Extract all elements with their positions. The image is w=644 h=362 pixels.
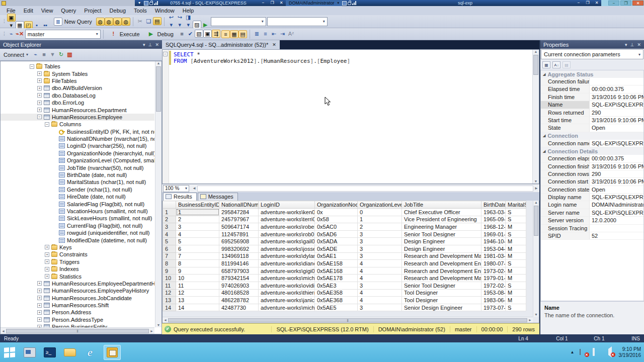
property-value[interactable]: 290: [590, 170, 643, 177]
close-icon[interactable]: ✕: [637, 42, 641, 47]
property-row[interactable]: Server version12.0.2000: [541, 217, 643, 224]
taskbar-ssms-active[interactable]: [104, 345, 121, 360]
pin-icon[interactable]: ⊥: [148, 42, 152, 47]
grid-cell[interactable]: 3: [358, 282, 402, 289]
grid-cell[interactable]: M: [506, 223, 526, 231]
grid-cell[interactable]: 0x5AD6: [315, 230, 358, 238]
property-value[interactable]: 00:00:00.375: [590, 85, 643, 93]
grid-cell[interactable]: adventure-works\michael8: [259, 304, 315, 311]
grid-cell[interactable]: 4: [358, 267, 402, 275]
grid-cell[interactable]: S: [506, 209, 526, 216]
grid-cell[interactable]: 3: [358, 238, 402, 245]
grid-cell[interactable]: S: [506, 282, 526, 289]
expand-icon[interactable]: +: [45, 259, 49, 264]
grid-cell[interactable]: adventure-works\ken0: [259, 209, 315, 216]
tree-item[interactable]: CurrentFlag (Flag(bit), not null): [1, 222, 154, 229]
table-row[interactable]: 1010879342154adventure-works\michael60x5…: [163, 275, 526, 282]
grid-cell[interactable]: 1969-01-23: [481, 230, 506, 238]
collapse-icon[interactable]: −: [37, 115, 42, 119]
expand-icon[interactable]: +: [37, 101, 42, 105]
delete-icon[interactable]: ▥: [65, 51, 74, 59]
grid-cell[interactable]: 0x5ADA: [315, 238, 358, 245]
menu-query[interactable]: Query: [57, 7, 79, 15]
grid-cell[interactable]: S: [506, 304, 526, 311]
grid-cell[interactable]: adventure-works\rob0: [259, 230, 315, 238]
toolbar-combobox[interactable]: ▾: [211, 17, 266, 26]
table-row[interactable]: 1111974026903adventure-works\ovidiu00x5A…: [163, 282, 526, 289]
expand-icon[interactable]: +: [37, 296, 42, 300]
grid-cell[interactable]: 12: [176, 289, 219, 297]
mdx-query-icon[interactable]: ◍: [113, 18, 122, 26]
grid-cell[interactable]: Tool Designer: [402, 289, 481, 297]
parse-icon[interactable]: ✔: [186, 30, 195, 38]
tree-item[interactable]: NationalIDNumber (nvarchar(15), not nu: [1, 135, 154, 142]
grid-cell[interactable]: 1981-03-27: [481, 252, 506, 260]
property-row[interactable]: Display nameSQL-EXP\SQLEXPRESS: [541, 194, 643, 201]
grid-cell[interactable]: Senior Design Engineer: [402, 304, 481, 311]
property-row[interactable]: Connection rows290: [541, 170, 643, 178]
uncomment-icon[interactable]: ≡: [261, 30, 270, 38]
tree-item[interactable]: +HumanResources.EmployeePayHistory: [1, 287, 154, 294]
results-hscrollbar[interactable]: ◄⦀►: [163, 317, 533, 323]
tray-network-icon[interactable]: [593, 349, 601, 356]
property-value[interactable]: SQL-EXP\SQLEXPRESS: [590, 209, 643, 216]
grid-cell[interactable]: 134969118: [219, 252, 259, 260]
tree-item[interactable]: BirthDate (date, not null): [1, 171, 154, 178]
tree-item[interactable]: −HumanResources.Employee: [1, 114, 154, 121]
tree-item[interactable]: +System Tables: [1, 70, 154, 77]
property-row[interactable]: Connection stateOpen: [541, 186, 643, 194]
undo-icon[interactable]: ↩ ▾: [167, 14, 176, 22]
expand-icon[interactable]: +: [45, 274, 49, 279]
grid-cell[interactable]: adventure-works\michael6: [259, 275, 315, 282]
expand-icon[interactable]: +: [45, 245, 49, 249]
expand-icon[interactable]: +: [45, 252, 49, 257]
zoom-combobox[interactable]: 100 %▾: [163, 185, 189, 192]
grid-cell[interactable]: M: [506, 297, 526, 304]
tree-item[interactable]: JobTitle (nvarchar(50), not null): [1, 164, 154, 171]
tree-item[interactable]: ModifiedDate (datetime, not null): [1, 236, 154, 243]
property-row[interactable]: Server nameSQL-EXP\SQLEXPRESS: [541, 209, 643, 217]
collapse-icon[interactable]: −: [45, 122, 49, 127]
change-connection-icon[interactable]: ⌁✕: [16, 30, 24, 38]
tree-item[interactable]: +Person.Address: [1, 309, 154, 316]
grid-cell[interactable]: 1983-06-29: [481, 297, 506, 304]
editor-hscrollbar[interactable]: ◄►: [191, 185, 539, 192]
property-value[interactable]: 52: [590, 232, 643, 239]
window-position-icon[interactable]: ▾: [143, 42, 145, 47]
window-position-icon[interactable]: ▾: [625, 42, 627, 47]
taskbar-file-explorer[interactable]: [63, 346, 76, 359]
tree-item[interactable]: HireDate (date, not null): [1, 193, 154, 200]
grid-cell[interactable]: Engineering Manager: [402, 223, 481, 231]
section-collapse-icon[interactable]: ◢: [543, 72, 545, 76]
grid-cell[interactable]: 1953-08-29: [481, 289, 506, 297]
tray-flag-icon[interactable]: ✕: [580, 349, 588, 356]
copy-icon[interactable]: ❏: [144, 18, 153, 26]
property-value[interactable]: 12.0.2000: [590, 217, 643, 224]
rdp1-close-button[interactable]: ✕: [277, 1, 285, 6]
window-restore-button[interactable]: ❐: [620, 1, 631, 6]
results-vscrollbar[interactable]: ▲▼: [533, 201, 539, 317]
grid-cell[interactable]: 811994146: [219, 260, 259, 267]
rdp1-minimize-button[interactable]: −: [259, 1, 267, 6]
properties-grid[interactable]: ◢Aggregate StatusConnection failuresElap…: [540, 70, 644, 301]
row-number-cell[interactable]: 7: [163, 252, 176, 260]
row-number-cell[interactable]: 10: [163, 275, 176, 282]
disconnect-icon[interactable]: ⌁: [31, 51, 40, 59]
categorized-icon[interactable]: ▦: [542, 61, 550, 68]
grid-cell[interactable]: 1965-09-01: [481, 216, 506, 223]
menu-debug[interactable]: Debug: [106, 7, 129, 15]
tree-item[interactable]: rowguid (uniqueidentifier, not null): [1, 229, 154, 236]
new-query-button[interactable]: ≣ New Query: [51, 17, 95, 26]
tree-item[interactable]: Gender (nchar(1), not null): [1, 186, 154, 193]
navigate-icon[interactable]: ◨ ▾: [184, 14, 193, 22]
grid-cell[interactable]: 1972-02-18: [481, 282, 506, 289]
property-row[interactable]: StateOpen: [541, 124, 643, 132]
grid-cell[interactable]: S: [506, 216, 526, 223]
grid-cell[interactable]: 4: [176, 230, 219, 238]
grid-cell[interactable]: Design Engineer: [402, 245, 481, 252]
property-row[interactable]: SPID52: [541, 232, 643, 240]
expand-icon[interactable]: +: [45, 267, 49, 272]
property-section-header[interactable]: ◢Connection: [541, 132, 643, 140]
grid-cell[interactable]: 1963-03-02: [481, 209, 506, 216]
grid-cell[interactable]: 1973-02-21: [481, 267, 506, 275]
